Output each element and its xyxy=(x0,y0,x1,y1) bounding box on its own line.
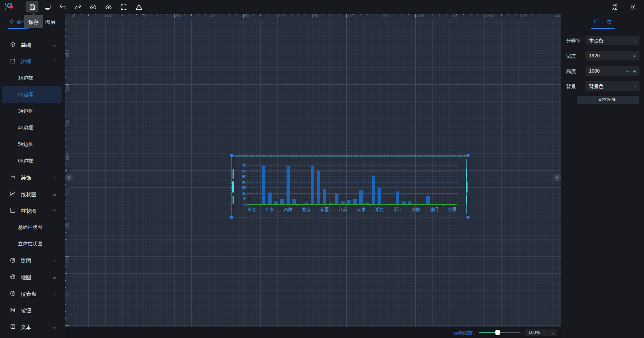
ruler-tick xyxy=(329,14,329,16)
undo-button[interactable] xyxy=(56,1,69,12)
fullscreen-button[interactable] xyxy=(117,1,130,12)
background-select[interactable]: 背景色 xyxy=(586,81,640,91)
sidebar-subitem-基础柱状图[interactable]: 基础柱状图 xyxy=(2,219,62,235)
ruler-tick xyxy=(65,215,66,215)
sidebar-subitem-3#边框[interactable]: 3#边框 xyxy=(2,103,62,119)
ruler-tick xyxy=(522,14,522,15)
brightness-button[interactable] xyxy=(627,1,638,12)
ruler-tick xyxy=(65,36,66,37)
sidebar-item-label: 按钮 xyxy=(21,307,31,314)
collapse-left-button[interactable] xyxy=(65,174,73,181)
sidebar-item-bar-chart[interactable]: 柱状图 xyxy=(0,202,65,219)
ruler-tick xyxy=(65,298,66,298)
sidebar-item-border[interactable]: 边框 xyxy=(0,53,65,69)
sidebar-item-gauge[interactable]: 仪表盘 xyxy=(0,285,65,302)
chevron-down-icon xyxy=(634,85,636,87)
save-tooltip-text: 保存 xyxy=(28,19,39,25)
ruler-tick xyxy=(198,14,199,15)
canvas-zoom-label: 画布缩放: xyxy=(453,329,474,336)
ruler-tick xyxy=(65,22,66,23)
save-icon xyxy=(29,3,36,11)
resize-handle-top-left[interactable] xyxy=(230,154,233,157)
ruler-tick xyxy=(267,14,267,15)
sidebar-item-button[interactable]: 按钮 xyxy=(0,302,65,318)
sidebar-subitem-1#边框[interactable]: 1#边框 xyxy=(2,69,62,86)
ruler-number: 200 xyxy=(65,85,69,91)
bar xyxy=(347,200,351,204)
ruler-tick xyxy=(181,14,181,15)
ruler-tick xyxy=(109,14,109,15)
resize-handle-bottom-right[interactable] xyxy=(466,216,470,219)
width-input[interactable]: 1920 − + xyxy=(586,51,640,60)
sidebar-item-basic[interactable]: 基础 xyxy=(0,36,65,53)
x-axis-line xyxy=(249,204,457,205)
x-tick-label: 安徽 xyxy=(408,206,424,212)
ruler-tick xyxy=(71,14,71,18)
collapse-right-button[interactable] xyxy=(553,174,561,181)
ruler-tick xyxy=(150,14,151,15)
ruler-tick xyxy=(65,146,66,147)
height-increment-button[interactable]: + xyxy=(633,68,636,74)
ruler-tick xyxy=(65,194,66,195)
cloud-upload-button[interactable] xyxy=(102,1,115,12)
height-decrement-button[interactable]: − xyxy=(626,68,629,74)
ruler-tick xyxy=(65,311,66,312)
ruler-tick xyxy=(550,14,550,15)
ruler-tick xyxy=(65,232,66,233)
background-color-input[interactable]: #272e3b xyxy=(577,96,638,104)
sidebar-item-pie-chart[interactable]: 饼图 xyxy=(0,252,65,269)
ruler-tick xyxy=(65,315,66,315)
sidebar-item-label: 文本 xyxy=(21,323,31,330)
ruler-tick xyxy=(240,14,240,15)
sidebar-item-map[interactable]: 地图 xyxy=(0,269,65,285)
sidebar-item-text[interactable]: 文本 xyxy=(0,318,65,335)
canvas-grid[interactable]: 010203040506070台湾广东西藏北京新疆江苏天津湖北浙江安徽澳门宁夏 xyxy=(70,19,561,327)
ruler-tick xyxy=(415,14,416,18)
width-increment-button[interactable]: + xyxy=(633,53,636,59)
ruler-number: 200 xyxy=(141,14,147,18)
zoom-select[interactable]: 100% xyxy=(525,329,557,336)
tab-canvas[interactable]: 画布 xyxy=(561,14,644,29)
resize-handle-top-right[interactable] xyxy=(466,154,470,157)
warning-button[interactable] xyxy=(133,1,145,12)
zoom-slider[interactable] xyxy=(479,330,520,335)
chevron-left-icon xyxy=(67,176,71,180)
chevron-down-icon xyxy=(53,275,56,279)
ruler-number: 700 xyxy=(313,14,319,18)
y-tick-label: 50 xyxy=(235,175,246,179)
monitor-button[interactable] xyxy=(41,1,54,12)
redo-button[interactable] xyxy=(72,1,84,12)
resolution-select[interactable]: 本设备 xyxy=(586,36,640,45)
ruler-tick xyxy=(65,212,66,212)
sidebar-subitem-5#边框[interactable]: 5#边框 xyxy=(2,136,62,152)
width-decrement-button[interactable]: − xyxy=(626,53,629,59)
ruler-tick xyxy=(312,14,312,18)
zoom-slider-thumb[interactable] xyxy=(495,330,500,335)
ruler-tick xyxy=(65,229,66,229)
selected-border-component[interactable]: 010203040506070台湾广东西藏北京新疆江苏天津湖北浙江安徽澳门宁夏 xyxy=(232,155,468,217)
ruler-tick xyxy=(95,14,96,15)
x-tick-label: 北京 xyxy=(299,206,314,212)
save-button[interactable] xyxy=(26,1,38,12)
fullscreen-icon xyxy=(120,3,127,11)
ruler-tick xyxy=(106,14,106,18)
ruler-tick xyxy=(184,14,185,15)
height-input[interactable]: 1080 − + xyxy=(586,66,640,76)
sidebar-item-decoration[interactable]: 装饰 xyxy=(0,169,65,186)
ruler-tick xyxy=(260,14,261,16)
sidebar-subitem-2#边框[interactable]: 2#边框 xyxy=(2,86,62,103)
ruler-tick xyxy=(508,14,509,15)
ruler-tick xyxy=(129,14,130,15)
cloud-download-button[interactable] xyxy=(87,1,99,12)
bar xyxy=(365,203,369,204)
shapes-button[interactable] xyxy=(609,1,620,12)
ruler-tick xyxy=(495,14,495,15)
ruler-tick xyxy=(384,14,384,15)
sidebar-subitem-立体柱状图[interactable]: 立体柱状图 xyxy=(2,235,62,252)
sidebar-subitem-6#边框[interactable]: 6#边框 xyxy=(2,152,62,169)
resize-handle-bottom-left[interactable] xyxy=(230,216,233,219)
ruler-tick xyxy=(195,14,195,15)
sidebar-item-line-chart[interactable]: 线状图 xyxy=(0,186,65,202)
sidebar-subitem-4#边框[interactable]: 4#边框 xyxy=(2,119,62,136)
ruler-tick xyxy=(65,77,66,78)
